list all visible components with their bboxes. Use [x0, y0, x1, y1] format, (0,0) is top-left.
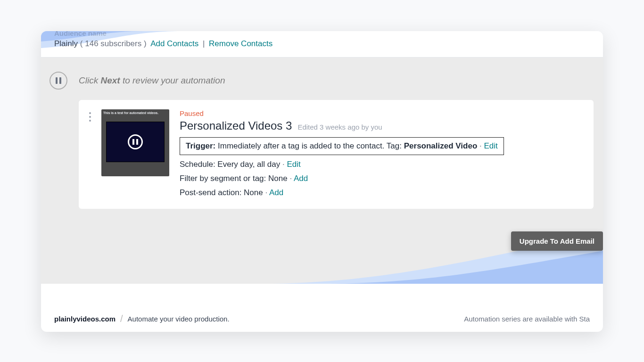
footer-bar: plainlyvideos.com / Automate your video … — [41, 305, 603, 332]
schedule-edit-link[interactable]: Edit — [287, 160, 300, 169]
card-menu-button[interactable] — [89, 109, 91, 122]
trigger-box: Trigger: Immediately after a tag is adde… — [180, 137, 504, 155]
content-body: Click Next to review your automation Thi… — [41, 58, 603, 284]
instruction-suffix: to review your automation — [120, 75, 225, 85]
instruction-row: Click Next to review your automation — [50, 72, 594, 90]
card-title-line: Personalized Videos 3 Edited 3 weeks ago… — [180, 119, 583, 132]
instruction-text: Click Next to review your automation — [79, 75, 225, 86]
dot-sep: · — [265, 188, 267, 197]
dot-sep: · — [289, 174, 292, 183]
add-contacts-link[interactable]: Add Contacts — [150, 39, 198, 48]
dot-sep: · — [282, 160, 285, 169]
filter-add-link[interactable]: Add — [294, 174, 308, 183]
thumbnail-title: This is a test for automated videos. — [103, 111, 167, 115]
footer-right-note: Automation series are available with Sta — [464, 315, 590, 323]
status-badge: Paused — [180, 109, 583, 117]
audience-row: Plainly ( 146 subscribers ) Add Contacts… — [54, 39, 590, 49]
separator: | — [203, 39, 205, 48]
filter-row: Filter by segment or tag: None · Add — [180, 174, 583, 183]
trigger-label: Trigger: — [186, 141, 215, 150]
video-thumbnail[interactable]: This is a test for automated videos. — [101, 109, 169, 176]
trigger-text: Immediately after a tag is added to the … — [215, 141, 404, 150]
post-send-value: None — [241, 188, 263, 197]
footer-tagline: Automate your video production. — [128, 315, 230, 323]
automation-title: Personalized Videos 3 — [180, 119, 292, 132]
schedule-value: Every day, all day — [215, 160, 281, 169]
card-details: Paused Personalized Videos 3 Edited 3 we… — [180, 109, 583, 197]
post-send-add-link[interactable]: Add — [269, 188, 283, 197]
automation-card: This is a test for automated videos. Pau… — [79, 100, 594, 209]
schedule-label: Schedule: — [180, 160, 215, 169]
trigger-edit-link[interactable]: Edit — [484, 141, 498, 150]
trigger-tag: Personalized Video — [404, 141, 478, 150]
pause-icon — [50, 72, 67, 90]
footer-left: plainlyvideos.com / Automate your video … — [54, 313, 230, 324]
edited-meta: Edited 3 weeks ago by you — [297, 123, 382, 131]
post-send-label: Post-send action: — [180, 188, 241, 197]
audience-field-label: Audience name — [54, 31, 590, 37]
header-bar: Audience name Plainly ( 146 subscribers … — [41, 31, 603, 58]
remove-contacts-link[interactable]: Remove Contacts — [209, 39, 272, 48]
thumbnail-screen — [106, 122, 165, 162]
schedule-row: Schedule: Every day, all day · Edit — [180, 160, 583, 169]
dot-sep: · — [479, 141, 482, 150]
audience-name: Plainly — [54, 39, 78, 48]
subscriber-count: ( 146 subscribers ) — [80, 39, 149, 48]
footer-slash: / — [120, 313, 123, 324]
filter-value: None — [266, 174, 287, 183]
footer-brand[interactable]: plainlyvideos.com — [54, 315, 116, 323]
app-viewport: Audience name Plainly ( 146 subscribers … — [41, 31, 603, 332]
instruction-prefix: Click — [79, 75, 100, 85]
filter-label: Filter by segment or tag: — [180, 174, 266, 183]
subscriber-count-value: 146 subscribers — [85, 39, 141, 48]
upgrade-button[interactable]: Upgrade To Add Email — [511, 231, 603, 251]
pause-overlay-icon — [128, 134, 143, 149]
post-send-row: Post-send action: None · Add — [180, 188, 583, 197]
instruction-bold: Next — [100, 75, 120, 85]
